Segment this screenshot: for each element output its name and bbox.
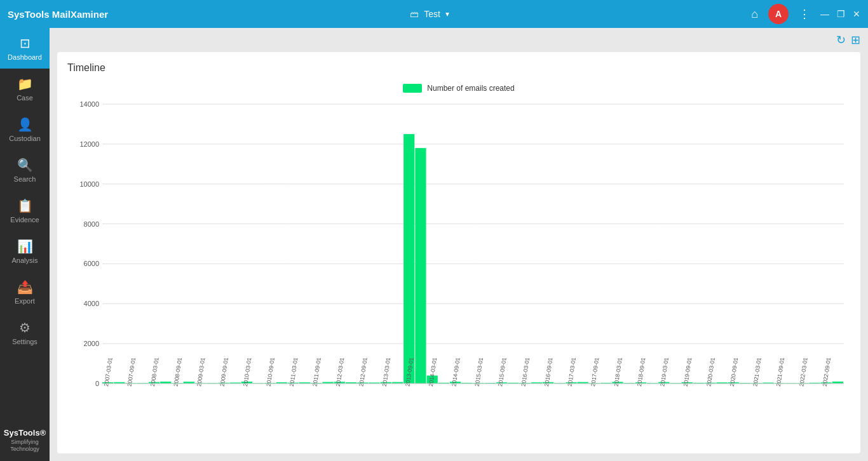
sidebar-label-settings: Settings (12, 338, 37, 345)
sidebar-item-analysis[interactable]: 📊 Analysis (0, 231, 50, 272)
legend-color-swatch (403, 84, 422, 93)
sidebar-label-evidence: Evidence (10, 216, 39, 224)
sidebar-label-search: Search (14, 175, 36, 183)
analysis-icon: 📊 (17, 239, 33, 254)
sidebar-item-search[interactable]: 🔍 Search (0, 150, 50, 190)
brand-tagline: Simplifying Technology (4, 439, 46, 453)
app-title: SysTools MailXaminer (8, 9, 108, 20)
evidence-icon: 📋 (17, 198, 33, 213)
grid-button[interactable]: ⊞ (851, 33, 860, 47)
top-header: SysTools MailXaminer 🗃 Test ▾ ⌂ A ⋮ — ❐ … (0, 0, 868, 28)
close-button[interactable]: ✕ (853, 9, 860, 19)
refresh-button[interactable]: ↻ (836, 33, 846, 47)
sidebar-label-custodian: Custodian (9, 135, 41, 142)
sidebar: ⊡ Dashboard 📁 Case 👤 Custodian 🔍 Search … (0, 28, 50, 461)
sidebar-footer: SysTools® Simplifying Technology (0, 420, 51, 461)
sidebar-item-case[interactable]: 📁 Case (0, 69, 50, 109)
sidebar-label-export: Export (15, 297, 35, 305)
sidebar-label-analysis: Analysis (12, 257, 38, 264)
custodian-icon: 👤 (17, 117, 33, 132)
content-toolbar: ↻ ⊞ (50, 28, 868, 52)
export-icon: 📤 (17, 279, 33, 295)
restore-button[interactable]: ❐ (837, 9, 845, 19)
search-icon: 🔍 (17, 157, 33, 173)
main-layout: ⊡ Dashboard 📁 Case 👤 Custodian 🔍 Search … (0, 28, 868, 461)
dashboard-icon: ⊡ (20, 36, 31, 51)
home-icon[interactable]: ⌂ (751, 8, 758, 21)
sidebar-item-dashboard[interactable]: ⊡ Dashboard (0, 28, 50, 69)
settings-icon: ⚙ (19, 320, 31, 335)
sidebar-label-dashboard: Dashboard (8, 53, 42, 61)
brand-name: SysTools® (4, 428, 46, 439)
minimize-button[interactable]: — (820, 9, 829, 19)
sidebar-item-evidence[interactable]: 📋 Evidence (0, 190, 50, 231)
chart-legend: Number of emails created (67, 84, 850, 93)
more-icon[interactable]: ⋮ (799, 7, 810, 21)
window-controls: — ❐ ✕ (820, 9, 860, 19)
timeline-chart (67, 98, 850, 434)
header-right: ⌂ A ⋮ — ❐ ✕ (751, 4, 860, 24)
case-icon: 🗃 (410, 9, 419, 19)
case-dropdown-icon[interactable]: ▾ (445, 10, 449, 18)
case-name: Test (424, 9, 440, 19)
avatar[interactable]: A (768, 4, 789, 24)
content-area: ↻ ⊞ Timeline Number of emails created (50, 28, 868, 461)
sidebar-item-export[interactable]: 📤 Export (0, 272, 50, 312)
case-icon-sidebar: 📁 (17, 76, 33, 91)
header-center: 🗃 Test ▾ (108, 9, 751, 19)
chart-container: Number of emails created (67, 84, 850, 439)
dashboard-panel: Timeline Number of emails created (57, 52, 860, 453)
sidebar-label-case: Case (17, 94, 33, 102)
legend-text: Number of emails created (427, 84, 514, 93)
chart-wrapper (67, 98, 850, 434)
sidebar-item-settings[interactable]: ⚙ Settings (0, 312, 50, 353)
panel-title: Timeline (67, 62, 850, 74)
sidebar-item-custodian[interactable]: 👤 Custodian (0, 109, 50, 150)
